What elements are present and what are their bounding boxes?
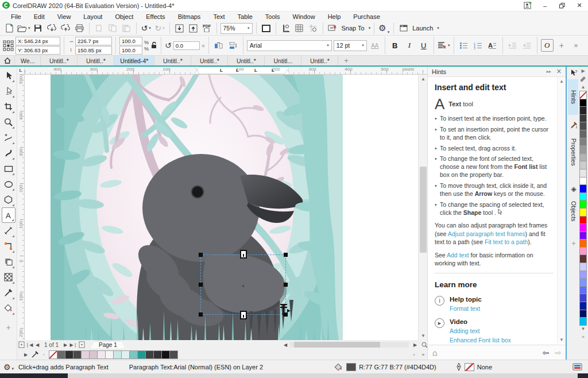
color-swatch[interactable] [579,145,587,154]
add-docker-button[interactable]: + [568,239,579,248]
color-swatch[interactable] [579,114,587,123]
color-swatch[interactable] [579,177,587,186]
transparency-tool[interactable] [2,269,16,285]
color-swatch[interactable] [579,317,587,326]
eyedropper-tool[interactable] [2,285,16,300]
color-swatch[interactable] [81,350,90,359]
scroll-thumb[interactable] [420,167,427,253]
palette-scroll-right-icon[interactable]: › [410,350,418,358]
palette-expand-icon[interactable]: » [582,333,584,341]
color-swatch[interactable] [57,350,65,359]
doc-tab[interactable]: Untitl..* [154,56,191,65]
color-swatch[interactable] [579,223,587,232]
rotation-angle-field[interactable]: 0.0 [173,41,200,50]
menu-item[interactable]: Purchase [347,12,386,21]
doc-tab[interactable]: Untitl..* [41,56,78,65]
snap-off-icon[interactable] [327,22,339,34]
doc-tab[interactable]: Untitl... [265,56,301,65]
publish-pdf-icon[interactable]: PDF [201,22,213,34]
scroll-thumb[interactable] [294,342,380,348]
horizontal-ruler[interactable]: 400 300 200 100 100 200 300 400 500 pixe… [25,67,428,75]
italic-button[interactable]: I [403,39,416,52]
color-swatch[interactable] [579,192,587,201]
color-swatch[interactable] [579,294,587,302]
color-swatch[interactable] [579,200,587,209]
scroll-right-icon[interactable]: ▶ [411,341,419,349]
color-swatch[interactable] [579,254,587,263]
close-docker-icon[interactable]: ✕ [556,68,562,75]
color-swatch[interactable] [105,350,114,359]
open-icon[interactable]: ▾ [17,22,30,34]
launch-dropdown[interactable]: Launch [412,25,433,32]
selection-handle[interactable] [199,253,203,257]
show-guidelines-icon[interactable] [307,22,319,34]
palette-eyedropper-icon[interactable] [581,75,586,83]
color-swatch[interactable] [579,263,587,271]
y-position-field[interactable]: Y:306.83 px [16,46,60,55]
font-list-combo[interactable]: Arial▾ [247,40,332,51]
add-page-after-icon[interactable] [78,341,86,349]
color-swatch[interactable] [153,350,162,359]
bulleted-list-icon[interactable] [458,39,470,52]
hints-scroll-down-icon[interactable]: ▼ [558,335,566,344]
quick-help-icon[interactable]: ? [568,69,579,77]
previous-page-icon[interactable]: ◀ [33,341,41,349]
color-swatch[interactable] [73,350,82,359]
color-swatch[interactable] [121,350,130,359]
tab-objects[interactable]: Objects [568,194,579,229]
color-swatch[interactable] [169,350,178,359]
video-link[interactable]: Enhanced Font list box [450,337,527,344]
palette-scroll-down-icon[interactable]: ▼ [581,325,586,333]
numbered-list-icon[interactable]: 123 [472,39,485,52]
color-swatch[interactable] [579,247,587,256]
add-tools-button[interactable]: + [2,319,16,335]
sign-in-icon[interactable] [519,1,536,11]
doc-tab-active[interactable]: Untitled-4* [114,56,154,65]
color-swatch[interactable] [579,184,587,193]
zoom-level-combo[interactable]: 75%▾ [220,23,253,34]
dimension-tool[interactable] [2,223,16,238]
fill-color-swatch[interactable] [346,363,356,371]
outline-color-swatch[interactable] [465,363,474,371]
right-indent-marker[interactable] [284,70,290,74]
color-swatch[interactable] [579,239,587,248]
menu-item[interactable]: Window [287,12,322,21]
save-icon[interactable] [32,22,44,34]
scroll-left-icon[interactable]: ◀ [281,341,289,349]
color-swatch[interactable] [129,350,138,359]
mirror-vertical-icon[interactable] [227,39,239,52]
ruler-origin[interactable]: L [17,67,25,75]
color-swatch[interactable] [113,350,122,359]
color-swatch[interactable] [137,350,146,359]
color-swatch[interactable] [579,122,587,130]
objects-tab-icon[interactable]: ◈ [568,185,579,193]
properties-tab-icon[interactable] [568,122,579,129]
color-swatch[interactable] [579,161,587,169]
menu-item[interactable]: Text [207,12,231,21]
snap-to-dropdown[interactable]: Snap To [342,25,365,32]
video-link[interactable]: Adding text [450,327,527,334]
drawing-canvas[interactable]: × [25,75,418,340]
doc-tab[interactable]: Untitl..* [191,56,228,65]
underline-button[interactable]: U [417,39,430,52]
add-page-before-icon[interactable] [17,341,25,349]
menu-item[interactable]: Object [109,12,140,21]
hint-link[interactable]: Fit text to a path [485,238,528,245]
color-swatch[interactable] [579,130,587,138]
doc-tab[interactable]: Untitl..* [301,56,338,65]
last-page-icon[interactable]: ▶❘ [69,341,78,349]
help-link[interactable]: Format text [450,305,482,312]
color-swatch[interactable] [579,153,587,162]
palette-scroll-left-icon[interactable]: ‹ [40,350,48,358]
connector-tool[interactable] [2,238,16,254]
next-page-icon[interactable]: ▶ [61,341,69,349]
palette-flyout-icon[interactable]: ▶ [581,67,585,75]
hints-home-icon[interactable]: ⌂ [432,348,437,357]
menu-item[interactable]: Bitmaps [172,12,207,21]
text-frame-tab-bottom[interactable] [240,311,247,319]
color-swatch[interactable] [97,350,106,359]
object-height-field[interactable]: 150.85 px [75,46,112,55]
color-swatch[interactable] [579,208,587,217]
color-swatch[interactable] [579,99,587,107]
tab-stop-marker[interactable]: L [254,68,257,73]
